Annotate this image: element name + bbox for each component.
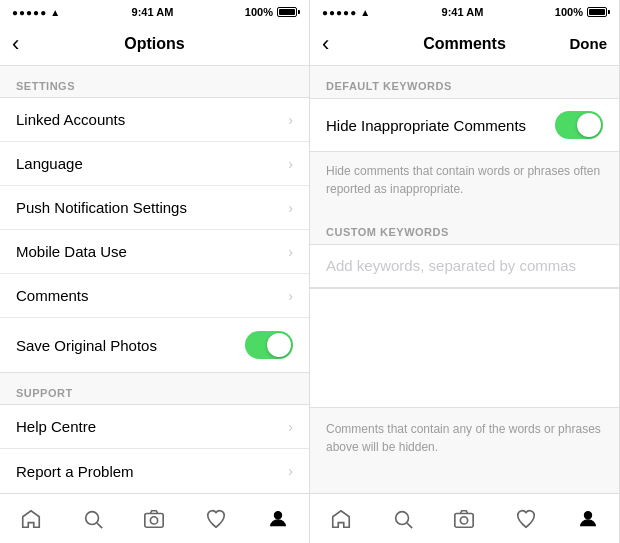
list-item-comments[interactable]: Comments › xyxy=(0,274,309,318)
svg-point-8 xyxy=(461,516,468,523)
tab-home-right[interactable] xyxy=(310,500,372,537)
home-icon-left xyxy=(20,508,42,530)
list-item-language[interactable]: Language › xyxy=(0,142,309,186)
left-panel: ●●●●● ▲ 9:41 AM 100% ‹ Options SETTINGS … xyxy=(0,0,310,543)
status-left-right: ●●●●● ▲ xyxy=(322,7,370,18)
comments-label: Comments xyxy=(16,287,89,304)
support-header: SUPPORT xyxy=(0,373,309,404)
hide-inappropriate-toggle[interactable] xyxy=(555,111,603,139)
heart-icon-left xyxy=(205,508,227,530)
help-label: Help Centre xyxy=(16,418,96,435)
chevron-language: › xyxy=(288,156,293,172)
left-content: SETTINGS Linked Accounts › Language › Pu… xyxy=(0,66,309,493)
chevron-mobile-data: › xyxy=(288,244,293,260)
svg-line-6 xyxy=(407,523,412,528)
search-icon-left xyxy=(82,508,104,530)
tab-heart-right[interactable] xyxy=(495,500,557,537)
support-list: Help Centre › Report a Problem › xyxy=(0,404,309,493)
report-label: Report a Problem xyxy=(16,463,134,480)
battery-fill-left xyxy=(279,9,295,15)
wifi-icon-right: ▲ xyxy=(360,7,370,18)
chevron-push: › xyxy=(288,200,293,216)
tab-bar-left xyxy=(0,493,309,543)
list-item-save-photos: Save Original Photos xyxy=(0,318,309,372)
chevron-help: › xyxy=(288,419,293,435)
tab-heart-left[interactable] xyxy=(185,500,247,537)
back-button-right[interactable]: ‹ xyxy=(322,33,329,55)
nav-title-right: Comments xyxy=(423,35,506,53)
keywords-input-area[interactable]: Add keywords, separated by commas xyxy=(310,244,619,288)
camera-icon-right xyxy=(453,508,475,530)
mobile-data-label: Mobile Data Use xyxy=(16,243,127,260)
bottom-note: Comments that contain any of the words o… xyxy=(310,408,619,468)
tab-home-left[interactable] xyxy=(0,500,62,537)
status-right: 100% xyxy=(245,6,297,18)
settings-list: Linked Accounts › Language › Push Notifi… xyxy=(0,97,309,373)
nav-bar-left: ‹ Options xyxy=(0,22,309,66)
tab-search-left[interactable] xyxy=(62,500,124,537)
list-item-report[interactable]: Report a Problem › xyxy=(0,449,309,493)
save-photos-label: Save Original Photos xyxy=(16,337,157,354)
custom-keywords-header: CUSTOM KEYWORDS xyxy=(310,212,619,244)
list-item-linked-accounts[interactable]: Linked Accounts › xyxy=(0,98,309,142)
battery-percent-right: 100% xyxy=(555,6,583,18)
home-icon-right xyxy=(330,508,352,530)
signal-icon: ●●●●● xyxy=(12,7,47,18)
hide-inappropriate-row: Hide Inappropriate Comments xyxy=(310,98,619,152)
profile-icon-right xyxy=(577,508,599,530)
signal-icon-right: ●●●●● xyxy=(322,7,357,18)
language-label: Language xyxy=(16,155,83,172)
camera-icon-left xyxy=(143,508,165,530)
keywords-placeholder: Add keywords, separated by commas xyxy=(326,257,576,274)
hide-inappropriate-label: Hide Inappropriate Comments xyxy=(326,117,526,134)
profile-icon-left xyxy=(267,508,289,530)
chevron-comments: › xyxy=(288,288,293,304)
linked-accounts-label: Linked Accounts xyxy=(16,111,125,128)
nav-bar-right: ‹ Comments Done xyxy=(310,22,619,66)
keywords-large-area xyxy=(310,288,619,408)
status-bar-left: ●●●●● ▲ 9:41 AM 100% xyxy=(0,0,309,22)
chevron-report: › xyxy=(288,463,293,479)
status-right-right: 100% xyxy=(555,6,607,18)
svg-point-5 xyxy=(395,511,408,524)
battery-icon-right xyxy=(587,7,607,17)
search-icon-right xyxy=(392,508,414,530)
tab-profile-left[interactable] xyxy=(247,500,309,537)
tab-profile-right[interactable] xyxy=(557,500,619,537)
svg-rect-2 xyxy=(145,513,163,527)
right-panel: ●●●●● ▲ 9:41 AM 100% ‹ Comments Done DEF… xyxy=(310,0,620,543)
tab-bar-right xyxy=(310,493,619,543)
svg-point-0 xyxy=(85,511,98,524)
tab-search-right[interactable] xyxy=(372,500,434,537)
push-notifications-label: Push Notification Settings xyxy=(16,199,187,216)
svg-rect-7 xyxy=(455,513,473,527)
svg-point-4 xyxy=(274,511,281,518)
tab-camera-left[interactable] xyxy=(124,500,186,537)
status-time-right: 9:41 AM xyxy=(442,6,484,18)
status-left: ●●●●● ▲ xyxy=(12,7,60,18)
hide-inappropriate-description: Hide comments that contain words or phra… xyxy=(310,152,619,212)
list-item-push-notifications[interactable]: Push Notification Settings › xyxy=(0,186,309,230)
save-photos-toggle[interactable] xyxy=(245,331,293,359)
battery-icon-left xyxy=(277,7,297,17)
chevron-linked-accounts: › xyxy=(288,112,293,128)
svg-point-9 xyxy=(584,511,591,518)
battery-fill-right xyxy=(589,9,605,15)
back-button-left[interactable]: ‹ xyxy=(12,33,19,55)
status-bar-right: ●●●●● ▲ 9:41 AM 100% xyxy=(310,0,619,22)
battery-percent-left: 100% xyxy=(245,6,273,18)
done-button[interactable]: Done xyxy=(570,35,608,52)
right-content: DEFAULT KEYWORDS Hide Inappropriate Comm… xyxy=(310,66,619,493)
svg-line-1 xyxy=(97,523,102,528)
status-time-left: 9:41 AM xyxy=(132,6,174,18)
default-keywords-header: DEFAULT KEYWORDS xyxy=(310,66,619,98)
settings-header: SETTINGS xyxy=(0,66,309,97)
tab-camera-right[interactable] xyxy=(434,500,496,537)
list-item-help[interactable]: Help Centre › xyxy=(0,405,309,449)
list-item-mobile-data[interactable]: Mobile Data Use › xyxy=(0,230,309,274)
wifi-icon: ▲ xyxy=(50,7,60,18)
heart-icon-right xyxy=(515,508,537,530)
nav-title-left: Options xyxy=(124,35,184,53)
svg-point-3 xyxy=(151,516,158,523)
